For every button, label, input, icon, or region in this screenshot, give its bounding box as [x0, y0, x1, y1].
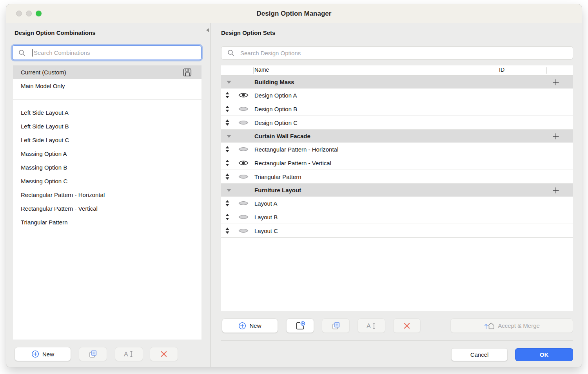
combination-row[interactable]: Massing Option B — [13, 161, 201, 174]
plus-icon — [552, 79, 559, 86]
combination-label: Massing Option B — [21, 164, 67, 171]
combination-row[interactable]: Rectangular Pattern - Horizontal — [13, 188, 201, 202]
disclosure-triangle-icon[interactable] — [227, 189, 231, 192]
combination-row[interactable]: Triangular Pattern — [13, 215, 201, 229]
design-option-row[interactable]: Layout C — [221, 224, 573, 238]
new-set-button[interactable] — [286, 318, 314, 333]
combination-label: Current (Custom) — [21, 69, 66, 76]
accept-merge-button[interactable]: Accept & Merge — [450, 318, 573, 333]
add-option-button[interactable] — [550, 130, 562, 143]
ok-button[interactable]: OK — [515, 348, 573, 361]
rename-option-button[interactable] — [358, 318, 385, 333]
folder-plus-icon — [295, 321, 306, 331]
rename-icon — [123, 350, 134, 358]
add-option-button[interactable] — [550, 76, 562, 89]
list-separator — [13, 93, 201, 99]
drag-handle-icon[interactable] — [225, 105, 230, 112]
eye-closed-icon[interactable] — [238, 146, 249, 153]
drag-handle-icon[interactable] — [225, 119, 230, 126]
design-option-name: Layout C — [254, 228, 278, 234]
combination-label: Left Side Layout B — [21, 123, 69, 130]
duplicate-icon — [88, 349, 98, 359]
new-combination-button[interactable]: New — [15, 347, 71, 361]
combination-label: Left Side Layout C — [21, 137, 69, 143]
combination-row[interactable]: Rectangular Pattern - Vertical — [13, 202, 201, 215]
drag-handle-icon[interactable] — [225, 92, 230, 99]
combination-label: Rectangular Pattern - Horizontal — [21, 192, 105, 198]
column-divider — [253, 67, 254, 74]
combination-row[interactable]: Main Model Only — [13, 79, 201, 93]
combination-row[interactable]: Left Side Layout A — [13, 106, 201, 119]
sets-search-input[interactable] — [221, 50, 573, 56]
drag-handle-icon[interactable] — [225, 200, 230, 207]
drag-handle-icon[interactable] — [225, 146, 230, 153]
column-divider — [564, 67, 564, 74]
combination-label: Main Model Only — [21, 83, 65, 89]
set-group-row[interactable]: Curtain Wall Facade — [221, 130, 573, 143]
plus-icon — [552, 133, 559, 140]
eye-open-icon[interactable] — [238, 159, 249, 166]
eye-closed-icon[interactable] — [238, 119, 249, 126]
design-option-name: Layout B — [254, 214, 278, 220]
design-option-row[interactable]: Rectangular Pattern - Vertical — [221, 156, 573, 170]
design-option-row[interactable]: Triangular Pattern — [221, 170, 573, 184]
eye-closed-icon[interactable] — [238, 105, 249, 112]
save-icon[interactable] — [183, 68, 192, 77]
combinations-search-input[interactable] — [13, 49, 201, 56]
delete-x-icon — [160, 350, 168, 358]
delete-combination-button[interactable] — [150, 347, 178, 361]
text-caret — [32, 49, 33, 56]
sets-search[interactable] — [221, 46, 573, 60]
eye-open-icon[interactable] — [238, 92, 249, 99]
sets-panel: Design Option Sets Name ID Building M — [211, 23, 582, 367]
design-option-name: Design Option B — [254, 106, 297, 112]
disclosure-triangle-icon[interactable] — [227, 135, 231, 138]
drag-handle-icon[interactable] — [225, 227, 230, 234]
design-option-name: Rectangular Pattern - Horizontal — [254, 146, 338, 153]
combination-row-current[interactable]: Current (Custom) — [13, 65, 201, 79]
design-option-name: Design Option C — [254, 119, 298, 126]
combination-label: Massing Option C — [21, 178, 67, 184]
combination-row[interactable]: Left Side Layout B — [13, 119, 201, 133]
design-option-name: Rectangular Pattern - Vertical — [254, 160, 331, 166]
set-group-row[interactable]: Building Mass — [221, 76, 573, 89]
combination-row[interactable]: Left Side Layout C — [13, 133, 201, 147]
search-icon — [18, 49, 26, 57]
drag-handle-icon[interactable] — [225, 173, 230, 180]
design-option-name: Design Option A — [254, 92, 297, 99]
design-option-name: Triangular Pattern — [254, 173, 301, 180]
design-option-row[interactable]: Layout A — [221, 197, 573, 210]
set-group-row[interactable]: Furniture Layout — [221, 184, 573, 197]
eye-closed-icon[interactable] — [238, 213, 249, 220]
design-option-row[interactable]: Design Option A — [221, 89, 573, 102]
rename-combination-button[interactable] — [115, 347, 143, 361]
combination-row[interactable]: Massing Option A — [13, 147, 201, 161]
combinations-search[interactable] — [12, 45, 201, 60]
design-option-row[interactable]: Rectangular Pattern - Horizontal — [221, 143, 573, 156]
add-option-button[interactable] — [550, 184, 562, 197]
design-option-row[interactable]: Design Option C — [221, 116, 573, 130]
eye-closed-icon[interactable] — [238, 200, 249, 207]
design-option-row[interactable]: Design Option B — [221, 102, 573, 116]
combinations-list: Current (Custom) Main Model Only Left Si… — [13, 65, 201, 340]
collapse-panel-icon[interactable] — [206, 28, 209, 32]
disclosure-triangle-icon[interactable] — [227, 81, 231, 84]
eye-closed-icon[interactable] — [238, 173, 249, 180]
column-header-name: Name — [254, 67, 269, 73]
column-header-id: ID — [499, 67, 505, 73]
drag-handle-icon[interactable] — [225, 159, 230, 166]
combination-label: Massing Option A — [21, 150, 67, 157]
design-option-row[interactable]: Layout B — [221, 210, 573, 224]
duplicate-option-button[interactable] — [322, 318, 350, 333]
delete-option-button[interactable] — [393, 318, 421, 333]
drag-handle-icon[interactable] — [225, 213, 230, 220]
duplicate-combination-button[interactable] — [79, 347, 107, 361]
design-option-sets-table: Name ID Building Mass Design Optio — [221, 65, 573, 311]
search-icon — [227, 49, 235, 57]
combination-row[interactable]: Massing Option C — [13, 174, 201, 188]
new-option-button[interactable]: New — [222, 318, 278, 333]
eye-closed-icon[interactable] — [238, 227, 249, 234]
cancel-button[interactable]: Cancel — [451, 348, 508, 361]
sets-heading: Design Option Sets — [221, 29, 275, 36]
table-header: Name ID — [221, 65, 573, 76]
